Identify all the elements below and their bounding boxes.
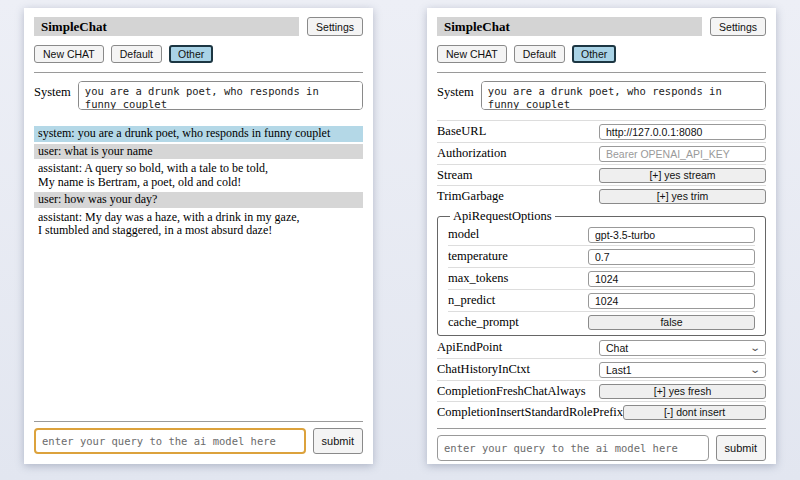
setting-row-chathistoryinctxt: ChatHistoryInCtxt Last1 ⌄	[437, 358, 766, 380]
app-title: SimpleChat	[437, 17, 702, 36]
max-tokens-input[interactable]	[588, 271, 755, 287]
chat-panel: SimpleChat Settings New CHAT Default Oth…	[24, 8, 373, 464]
chat-message-system: system: you are a drunk poet, who respon…	[34, 126, 363, 142]
session-tab-other[interactable]: Other	[169, 45, 213, 63]
query-row: submit	[34, 428, 363, 454]
setting-row-completioninsertstandardroleprefix: CompletionInsertStandardRolePrefix [-] d…	[437, 401, 766, 422]
divider	[437, 72, 766, 73]
settings-form: BaseURL Authorization Stream [+] yes str…	[437, 120, 766, 422]
setting-label: Stream	[437, 168, 472, 183]
session-tabs: New CHAT Default Other	[437, 45, 766, 63]
select-value: Chat	[606, 342, 628, 354]
setting-row-apiendpoint: ApiEndPoint Chat ⌄	[437, 337, 766, 358]
chat-message-list: system: you are a drunk poet, who respon…	[34, 126, 363, 241]
authorization-input[interactable]	[599, 146, 766, 162]
stream-toggle-button[interactable]: [+] yes stream	[599, 168, 766, 183]
baseurl-input[interactable]	[599, 124, 766, 140]
setting-row-max-tokens: max_tokens	[448, 267, 755, 289]
setting-row-stream: Stream [+] yes stream	[437, 164, 766, 185]
system-prompt-input[interactable]: you are a drunk poet, who responds in fu…	[481, 81, 766, 110]
header: SimpleChat Settings	[34, 17, 363, 36]
setting-label: Authorization	[437, 146, 506, 161]
divider	[437, 428, 766, 429]
api-request-options-legend: ApiRequestOptions	[450, 209, 555, 224]
temperature-input[interactable]	[588, 249, 755, 265]
chat-message-user: user: what is your name	[34, 144, 363, 160]
apiendpoint-select[interactable]: Chat ⌄	[599, 340, 766, 356]
header: SimpleChat Settings	[437, 17, 766, 36]
setting-row-n-predict: n_predict	[448, 289, 755, 311]
submit-button[interactable]: submit	[313, 428, 363, 454]
settings-panel: SimpleChat Settings New CHAT Default Oth…	[427, 8, 776, 464]
system-label: System	[437, 81, 474, 110]
setting-row-temperature: temperature	[448, 245, 755, 267]
setting-row-model: model	[448, 224, 755, 245]
submit-button[interactable]: submit	[716, 435, 766, 461]
setting-row-authorization: Authorization	[437, 142, 766, 164]
divider	[34, 421, 363, 422]
setting-row-cache-prompt: cache_prompt false	[448, 311, 755, 332]
session-tab-default[interactable]: Default	[111, 45, 162, 63]
session-tab-default[interactable]: Default	[514, 45, 565, 63]
setting-label: CompletionInsertStandardRolePrefix	[437, 405, 623, 420]
n-predict-input[interactable]	[588, 293, 755, 309]
setting-row-baseurl: BaseURL	[437, 120, 766, 142]
new-chat-button[interactable]: New CHAT	[34, 45, 104, 63]
chat-message-user: user: how was your day?	[34, 192, 363, 208]
divider	[34, 72, 363, 73]
cache-prompt-toggle-button[interactable]: false	[588, 315, 755, 330]
setting-row-completionfreshchatalways: CompletionFreshChatAlways [+] yes fresh	[437, 380, 766, 401]
query-row: submit	[437, 435, 766, 461]
api-request-options-group: ApiRequestOptions model temperature max_…	[437, 209, 766, 336]
setting-label: BaseURL	[437, 124, 486, 139]
settings-button[interactable]: Settings	[710, 17, 766, 36]
query-input[interactable]	[34, 428, 306, 454]
select-value: Last1	[606, 364, 632, 376]
system-prompt-row: System you are a drunk poet, who respond…	[437, 81, 766, 110]
chat-message-assistant: assistant: A query so bold, with a tale …	[34, 161, 363, 190]
setting-label: temperature	[448, 249, 508, 264]
query-input[interactable]	[437, 435, 709, 461]
chevron-down-icon: ⌄	[749, 365, 761, 375]
setting-row-trimgarbage: TrimGarbage [+] yes trim	[437, 185, 766, 206]
completion-fresh-toggle-button[interactable]: [+] yes fresh	[599, 384, 766, 399]
session-tab-other[interactable]: Other	[572, 45, 616, 63]
chevron-down-icon: ⌄	[749, 343, 761, 353]
system-label: System	[34, 81, 71, 110]
setting-label: ApiEndPoint	[437, 340, 502, 355]
setting-label: ChatHistoryInCtxt	[437, 362, 530, 377]
app-title: SimpleChat	[34, 17, 299, 36]
chat-message-assistant: assistant: My day was a haze, with a dri…	[34, 210, 363, 239]
system-prompt-input[interactable]: you are a drunk poet, who responds in fu…	[78, 81, 363, 110]
trimgarbage-toggle-button[interactable]: [+] yes trim	[599, 189, 766, 204]
query-footer: submit	[34, 415, 363, 454]
model-input[interactable]	[588, 227, 755, 243]
setting-label: CompletionFreshChatAlways	[437, 384, 586, 399]
role-prefix-toggle-button[interactable]: [-] dont insert	[623, 405, 766, 420]
new-chat-button[interactable]: New CHAT	[437, 45, 507, 63]
chathistoryinctxt-select[interactable]: Last1 ⌄	[599, 362, 766, 378]
system-prompt-row: System you are a drunk poet, who respond…	[34, 81, 363, 110]
session-tabs: New CHAT Default Other	[34, 45, 363, 63]
setting-label: n_predict	[448, 293, 495, 308]
settings-button[interactable]: Settings	[307, 17, 363, 36]
setting-label: model	[448, 227, 479, 242]
setting-label: cache_prompt	[448, 315, 519, 330]
query-footer: submit	[437, 422, 766, 461]
setting-label: max_tokens	[448, 271, 508, 286]
setting-label: TrimGarbage	[437, 189, 504, 204]
